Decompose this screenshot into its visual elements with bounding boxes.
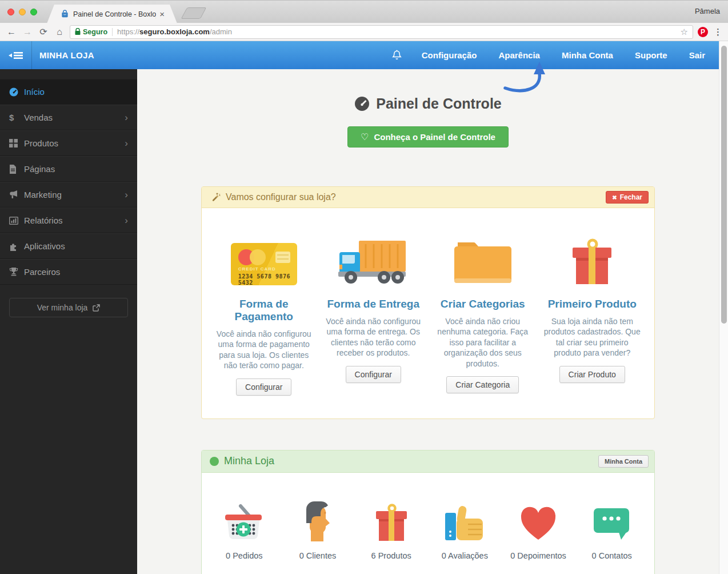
card-description: Você ainda não criou nenhuma categoria. … (432, 316, 534, 369)
nav-item-minha-conta[interactable]: Minha Conta (551, 41, 624, 69)
address-bar[interactable]: Seguro https://seguro.boxloja.com/admin … (70, 25, 693, 39)
main-content: Painel de Controle ♡ Conheça o Painel de… (137, 69, 719, 574)
gauge-icon (9, 87, 24, 97)
stat-pedidos: 0 Pedidos (207, 503, 281, 560)
card-description: Sua loja ainda não tem produtos cadastra… (542, 316, 643, 358)
sidebar-item-aplicativos[interactable]: Aplicativos (0, 233, 137, 259)
setup-card-categorias: Criar Categorias Você ainda não criou ne… (432, 240, 534, 396)
browser-toolbar: ← → ⟳ ⌂ Seguro https://seguro.boxloja.co… (0, 23, 728, 41)
intro-tour-button[interactable]: ♡ Conheça o Painel de Controle (347, 126, 509, 148)
sidebar-item-label: Marketing (24, 190, 62, 200)
notifications-button[interactable] (383, 50, 411, 61)
stat-label: 0 Depoimentos (502, 551, 575, 560)
home-icon[interactable]: ⌂ (51, 27, 67, 37)
puzzle-icon (9, 242, 24, 251)
configure-shipping-button[interactable]: Configurar (346, 366, 401, 383)
create-product-button[interactable]: Criar Produto (559, 366, 625, 383)
stat-label: 0 Pedidos (207, 551, 281, 560)
grid-icon (9, 139, 24, 148)
bookmark-star-icon[interactable]: ☆ (681, 27, 688, 37)
create-category-button[interactable]: Criar Categoria (446, 376, 519, 393)
chat-icon (575, 503, 649, 541)
collapse-menu-icon (9, 51, 23, 60)
app-navbar: MINHA LOJA Configuração Aparência Minha … (0, 41, 719, 69)
sidebar-item-label: Páginas (24, 164, 55, 174)
nav-item-aparencia[interactable]: Aparência (487, 41, 551, 69)
boxloja-favicon-icon (61, 10, 69, 18)
gift-illustration (542, 240, 643, 285)
nav-item-configuracao[interactable]: Configuração (411, 41, 488, 69)
pinterest-extension-icon[interactable]: P (698, 27, 708, 37)
secure-badge[interactable]: Seguro (75, 28, 107, 36)
gift-icon (354, 503, 428, 541)
sidebar-item-marketing[interactable]: Marketing › (0, 182, 137, 208)
truck-illustration (323, 240, 425, 285)
chevron-right-icon: › (125, 138, 128, 148)
forward-icon[interactable]: → (19, 27, 35, 37)
setup-card-entrega: Forma de Entrega Você ainda não configur… (323, 240, 425, 396)
url-text: https://seguro.boxloja.com/admin (117, 27, 232, 36)
close-icon: ✖ (612, 194, 617, 201)
stat-avaliacoes: 0 Avaliações (428, 503, 502, 560)
gauge-icon (354, 96, 370, 111)
minimize-window-button[interactable] (19, 9, 26, 15)
trophy-icon (9, 268, 24, 276)
store-panel-title: Minha Loja (224, 455, 274, 467)
thumbs-up-icon (428, 503, 502, 541)
page-title: Painel de Controle (137, 95, 719, 112)
stat-label: 6 Produtos (354, 551, 428, 560)
tab-close-icon[interactable]: × (159, 9, 165, 19)
configure-payment-button[interactable]: Configurar (236, 378, 291, 396)
store-panel: Minha Loja Minha Conta (201, 450, 655, 574)
view-store-button[interactable]: Ver minha loja (9, 298, 128, 317)
stat-depoimentos: 0 Depoimentos (502, 503, 575, 560)
card-description: Você ainda não configurou uma forma de p… (213, 329, 315, 371)
stat-label: 0 Clientes (281, 551, 355, 560)
stat-label: 0 Contatos (575, 551, 649, 560)
sidebar-item-produtos[interactable]: Produtos › (0, 130, 137, 156)
chevron-right-icon: › (125, 113, 128, 122)
setup-card-pagamento: CREDIT CARD 1234 5678 9876 5432 Forma de… (213, 240, 315, 396)
bar-chart-icon (9, 217, 24, 225)
sidebar-item-label: Aplicativos (24, 241, 65, 251)
browser-tabstrip: Painel de Controle - Boxloja × Pâmela (0, 0, 728, 23)
window-controls[interactable] (7, 9, 37, 15)
reload-icon[interactable]: ⟳ (35, 26, 51, 37)
folder-illustration (432, 240, 534, 285)
close-window-button[interactable] (7, 9, 14, 15)
stat-label: 0 Avaliações (428, 551, 502, 560)
close-setup-panel-button[interactable]: ✖ Fechar (606, 191, 649, 204)
sidebar-item-paginas[interactable]: Páginas (0, 156, 137, 182)
card-title: Forma de Pagamento (213, 298, 315, 323)
scrollbar-thumb[interactable] (721, 46, 727, 324)
new-tab-button[interactable] (181, 7, 207, 19)
page-scrollbar[interactable] (719, 41, 728, 574)
my-account-button[interactable]: Minha Conta (598, 455, 649, 468)
person-icon (281, 503, 355, 541)
card-description: Você ainda não configurou uma forma de e… (323, 316, 425, 358)
chevron-right-icon: › (125, 190, 128, 200)
dollar-icon: $ (9, 113, 24, 122)
sidebar-item-inicio[interactable]: Início (0, 79, 137, 105)
basket-icon (207, 503, 281, 541)
heart-outline-icon: ♡ (361, 131, 369, 142)
view-store-label: Ver minha loja (37, 303, 88, 312)
browser-menu-icon[interactable]: ⋮ (714, 27, 722, 37)
back-icon[interactable]: ← (3, 27, 19, 37)
sidebar-item-relatorios[interactable]: Relatórios › (0, 208, 137, 233)
secure-label: Seguro (83, 28, 107, 36)
external-link-icon (93, 304, 100, 312)
zoom-window-button[interactable] (30, 9, 37, 15)
tab-title: Painel de Controle - Boxloja (73, 10, 156, 18)
browser-tab[interactable]: Painel de Controle - Boxloja × (47, 5, 177, 23)
card-title: Forma de Entrega (323, 298, 425, 310)
magic-wand-icon (210, 192, 221, 203)
sidebar-toggle-button[interactable] (0, 41, 32, 69)
sidebar-item-vendas[interactable]: $ Vendas › (0, 105, 137, 130)
nav-item-sair[interactable]: Sair (678, 41, 719, 69)
card-title: Criar Categorias (432, 298, 534, 310)
nav-item-suporte[interactable]: Suporte (624, 41, 678, 69)
setup-panel-header: Vamos configurar sua loja? ✖ Fechar (202, 187, 654, 208)
sidebar-item-label: Parceiros (24, 267, 60, 277)
sidebar-item-parceiros[interactable]: Parceiros (0, 259, 137, 285)
